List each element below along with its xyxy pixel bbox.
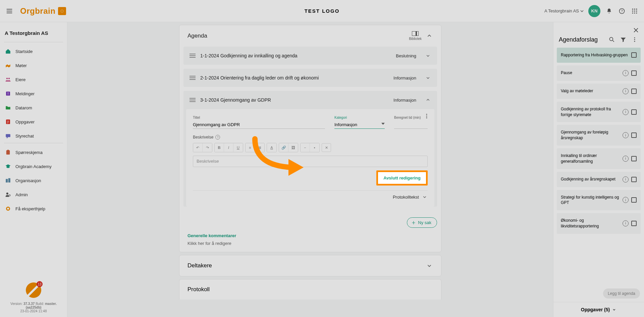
agendaforslag-item[interactable]: Godkjenning av protokoll fra forrige sty… [557, 102, 641, 122]
svg-point-3 [634, 8, 635, 9]
sidebar-item-oppgaver[interactable]: Oppgaver [0, 115, 67, 129]
agendaforslag-item[interactable]: Økonomi- og likviditetsrapporteringi [557, 213, 641, 234]
info-icon[interactable]: i [623, 197, 629, 203]
checkbox[interactable] [631, 221, 637, 226]
main-content: Agenda Bibliotek 1-1-2024 [67, 22, 553, 317]
agendaforslag-item[interactable]: Valg av møtelederi [557, 84, 641, 99]
sidebar-item-sporreskjema[interactable]: Spørreskjema [0, 145, 67, 159]
task-icon [5, 118, 11, 125]
apps-icon[interactable] [631, 7, 639, 15]
plus-button[interactable]: ▪ [310, 143, 319, 152]
agendaforslag-item[interactable]: Strategi for kunstig intelligens og GPTi [557, 190, 641, 211]
protokoll-card[interactable]: Protokoll [179, 279, 441, 300]
brand-logo[interactable]: Orgbrain [20, 6, 67, 16]
more-menu-icon[interactable] [424, 113, 430, 119]
info-icon[interactable]: i [623, 70, 629, 76]
info-icon[interactable]: i [623, 220, 629, 226]
agendaforslag-item[interactable]: Pausei [557, 65, 641, 81]
more-icon[interactable] [631, 36, 639, 44]
ny-sak-button[interactable]: Ny sak [407, 217, 437, 228]
bullet-list-button[interactable]: ≡ [246, 143, 255, 152]
checkbox[interactable] [631, 52, 637, 58]
beskrivelse-editor[interactable]: Beskrivelse [193, 156, 428, 167]
info-icon[interactable]: i [623, 156, 629, 162]
help-icon[interactable]: ? [215, 135, 220, 140]
sidebar-item-datarom[interactable]: Datarom [0, 101, 67, 115]
help-icon[interactable]: ? [618, 7, 626, 15]
link-button[interactable]: 🔗 [279, 143, 288, 152]
sidebar-item-startside[interactable]: Startside [0, 44, 67, 58]
tittel-input[interactable] [193, 121, 325, 129]
avslutt-redigering-button[interactable]: Avslutt redigering [376, 170, 428, 186]
drag-handle-icon[interactable] [190, 98, 196, 102]
image-button[interactable]: 🖼 [288, 143, 298, 152]
agenda-item-3-header[interactable]: 3-1-2024 Gjennomgang av GDPR Informasjon [183, 91, 437, 109]
sidebar-item-moter[interactable]: Møter [0, 58, 67, 72]
search-icon[interactable] [608, 36, 616, 44]
undo-button[interactable]: ↶ [193, 143, 203, 152]
sidebar-item-academy[interactable]: Orgbrain Academy [0, 159, 67, 173]
checkbox[interactable] [631, 197, 637, 203]
beregnet-input[interactable] [394, 121, 428, 129]
agendaforslag-item[interactable]: Innkalling til ordinær generalforsamling… [557, 148, 641, 169]
clear-button[interactable]: ✕ [322, 143, 331, 152]
checkbox[interactable] [631, 156, 637, 161]
drag-handle-icon[interactable] [190, 75, 196, 80]
org-dropdown[interactable]: A Testorgbrain AS [544, 8, 584, 13]
avatar[interactable]: KN [588, 5, 600, 17]
svg-point-4 [636, 8, 637, 9]
agendaforslag-label: Godkjenning av protokoll fra forrige sty… [561, 106, 620, 118]
sidebar-item-admin[interactable]: Admin [0, 188, 67, 202]
sidebar-item-label: Organisasjon [15, 178, 41, 183]
legg-til-agenda-button[interactable]: Legg til agenda [603, 288, 640, 299]
floating-action[interactable]: 13 [26, 282, 41, 298]
sidebar-item-eiere[interactable]: Eiere [0, 72, 67, 87]
sidebar-item-label: Styrechat [15, 134, 34, 139]
checkbox[interactable] [631, 70, 637, 76]
drag-handle-icon[interactable] [190, 53, 196, 58]
deltakere-card[interactable]: Deltakere [179, 255, 441, 276]
editor-toolbar: ↶↷ BIU ≡≣ A 🔗🖼 −▪ ✕ [193, 143, 428, 152]
checkbox[interactable] [631, 109, 637, 115]
oppgaver-footer[interactable]: Oppgaver (5) [553, 302, 644, 317]
kategori-select[interactable] [334, 121, 385, 129]
bibliotek-button[interactable]: Bibliotek [409, 31, 422, 41]
agenda-item-2[interactable]: 2-1-2024 Orientering fra daglig leder om… [183, 69, 437, 87]
beskrivelse-label: Beskrivelse [193, 135, 213, 140]
agendaforslag-item[interactable]: Rapportering fra Hvitvasking-gruppen [557, 48, 641, 63]
agendaforslag-item[interactable]: Gjennomgang av foreløpig årsregnskapi [557, 125, 641, 146]
redo-button[interactable]: ↷ [203, 143, 212, 152]
agendaforslag-label: Valg av møteleder [561, 88, 620, 94]
checkbox[interactable] [631, 177, 637, 182]
info-icon[interactable]: i [623, 88, 629, 94]
sidebar-item-label: Få eksperthjelp [15, 206, 45, 211]
filter-icon[interactable] [619, 36, 627, 44]
comments-editor[interactable]: Klikk her for å redigere [187, 241, 433, 246]
info-icon[interactable]: i [623, 132, 629, 138]
underline-button[interactable]: U [233, 143, 243, 152]
checkbox[interactable] [631, 133, 637, 138]
text-color-button[interactable]: A [267, 143, 276, 152]
svg-point-26 [426, 114, 427, 115]
number-list-button[interactable]: ≣ [255, 143, 264, 152]
svg-point-32 [634, 41, 635, 42]
protokolltekst-toggle[interactable]: Protokolltekst [193, 190, 428, 200]
italic-button[interactable]: I [224, 143, 233, 152]
close-panel-button[interactable] [633, 27, 639, 34]
minus-button[interactable]: − [301, 143, 310, 152]
sidebar-item-eksperthjelp[interactable]: Få eksperthjelp [0, 202, 67, 216]
svg-point-30 [634, 37, 635, 38]
bold-button[interactable]: B [215, 143, 224, 152]
agendaforslag-item[interactable]: Godkjenning av årsregnskapeti [557, 172, 641, 187]
info-icon[interactable]: i [623, 176, 629, 182]
sidebar-item-styrechat[interactable]: Styrechat [0, 129, 67, 143]
bell-icon[interactable] [605, 7, 613, 15]
collapse-all-button[interactable] [426, 32, 433, 40]
agenda-item-1[interactable]: 1-1-2024 Godkjenning av innkalling og ag… [183, 47, 437, 65]
svg-point-27 [426, 116, 427, 117]
hamburger-menu[interactable] [5, 7, 13, 15]
checkbox[interactable] [631, 89, 637, 94]
sidebar-item-organisasjon[interactable]: Organisasjon [0, 173, 67, 188]
sidebar-item-meldinger[interactable]: Meldinger [0, 87, 67, 101]
info-icon[interactable]: i [623, 109, 629, 115]
